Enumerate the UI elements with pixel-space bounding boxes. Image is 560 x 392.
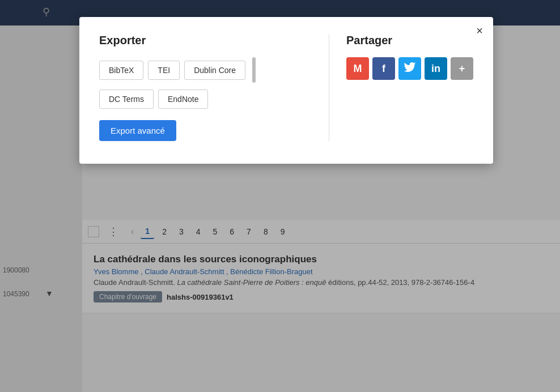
modal-close-button[interactable]: × <box>476 25 483 36</box>
export-title: Exporter <box>99 34 312 47</box>
scrollbar-indicator <box>252 57 256 83</box>
export-share-modal: × Exporter BibTeX TEI Dublin Core DC Ter… <box>79 17 493 164</box>
share-facebook-button[interactable]: f <box>372 57 395 80</box>
share-twitter-button[interactable] <box>398 57 421 80</box>
share-icons-row: M f in + <box>346 57 473 80</box>
export-section: Exporter BibTeX TEI Dublin Core DC Terms… <box>99 34 329 141</box>
modal-body: Exporter BibTeX TEI Dublin Core DC Terms… <box>99 34 473 141</box>
share-gmail-button[interactable]: M <box>346 57 369 80</box>
share-more-button[interactable]: + <box>451 57 473 80</box>
share-linkedin-button[interactable]: in <box>425 57 447 80</box>
share-title: Partager <box>346 34 473 47</box>
tei-button[interactable]: TEI <box>148 61 180 80</box>
share-section: Partager M f in + <box>329 34 473 141</box>
export-buttons-row-2: DC Terms EndNote <box>99 90 312 109</box>
endnote-button[interactable]: EndNote <box>158 90 208 109</box>
bibtex-button[interactable]: BibTeX <box>99 61 143 80</box>
export-buttons-row-1: BibTeX TEI Dublin Core <box>99 57 312 83</box>
dc-terms-button[interactable]: DC Terms <box>99 90 154 109</box>
dublin-core-button[interactable]: Dublin Core <box>184 61 245 80</box>
export-advanced-button[interactable]: Export avancé <box>99 120 176 141</box>
